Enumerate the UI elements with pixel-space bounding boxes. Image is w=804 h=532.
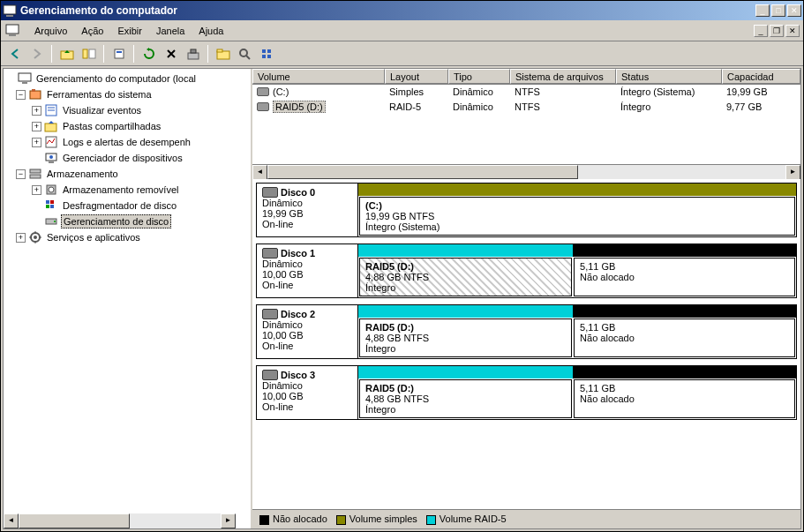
tree-armazenamento[interactable]: Armazenamento [45, 168, 120, 180]
disk-volume-status: Íntegro [365, 282, 566, 293]
svg-rect-36 [50, 200, 54, 204]
list-view-button[interactable] [257, 44, 277, 64]
disk-volume[interactable]: RAID5 (D:)4,88 GB NTFSÍntegro [359, 318, 572, 357]
svg-rect-20 [22, 82, 27, 84]
legend-simple-label: Volume simples [349, 513, 417, 524]
svg-rect-9 [188, 53, 199, 59]
view-button[interactable] [235, 44, 255, 64]
cell-layout: Simples [385, 86, 448, 98]
tree-gerenciador-dispositivos[interactable]: Gerenciador de dispositivos [61, 152, 184, 164]
disk-graphical-view[interactable]: Disco 0Dinâmico19,99 GBOn-line(C:)19,99 … [252, 179, 800, 509]
legend-unallocated-swatch [259, 515, 269, 525]
svg-point-42 [34, 236, 37, 239]
event-viewer-icon [44, 103, 58, 117]
expand-toggle[interactable]: + [32, 185, 41, 195]
properties-button[interactable] [109, 44, 129, 64]
tree-gerenciamento-disco[interactable]: Gerenciamento de disco [61, 214, 171, 229]
menu-janela[interactable]: Janela [149, 24, 192, 38]
disk-volume[interactable]: (C:)19,99 GB NTFSÍntegro (Sistema) [359, 197, 795, 236]
menu-ajuda[interactable]: Ajuda [192, 24, 230, 38]
delete-button[interactable] [161, 44, 181, 64]
disk-volume[interactable]: RAID5 (D:)4,88 GB NTFSÍntegro [359, 379, 572, 418]
expand-toggle[interactable]: − [16, 169, 26, 179]
legend-raid5-label: Volume RAID-5 [440, 513, 507, 524]
back-button[interactable] [4, 44, 25, 64]
disk-volume[interactable]: RAID5 (D:)4,88 GB NTFSÍntegro [359, 258, 572, 296]
expand-toggle[interactable]: + [32, 122, 41, 131]
disk-row[interactable]: Disco 3Dinâmico10,00 GBOn-lineRAID5 (D:)… [256, 365, 797, 420]
disk-type: Dinâmico [262, 259, 352, 269]
disk-volume[interactable]: 5,11 GBNão alocado [574, 379, 795, 418]
tree-h-scrollbar[interactable]: ◄ ► [4, 513, 236, 528]
disk-icon [262, 370, 278, 380]
disk-row[interactable]: Disco 0Dinâmico19,99 GBOn-line(C:)19,99 … [256, 183, 797, 237]
disk-size: 10,00 GB [262, 269, 352, 280]
svg-rect-38 [50, 205, 54, 208]
svg-rect-32 [30, 175, 41, 178]
col-fs[interactable]: Sistema de arquivos [510, 69, 616, 84]
svg-rect-15 [262, 49, 266, 53]
disk-volume-status: Íntegro [365, 404, 566, 415]
disk-row[interactable]: Disco 1Dinâmico10,00 GBOn-lineRAID5 (D:)… [256, 244, 797, 298]
settings-button[interactable] [183, 44, 203, 64]
cell-cap: 9,77 GB [722, 100, 800, 114]
tree-root[interactable]: Gerenciamento do computador (local [34, 72, 198, 85]
col-cap[interactable]: Capacidad [722, 69, 800, 84]
removable-storage-icon [44, 183, 58, 197]
mdi-close-button[interactable]: ✕ [785, 25, 800, 37]
expand-toggle[interactable]: − [16, 90, 26, 100]
navigation-tree[interactable]: Gerenciamento do computador (local −Ferr… [4, 69, 252, 528]
col-volume[interactable]: Volume [252, 69, 385, 84]
disk-name: Disco 1 [281, 248, 315, 259]
disk-volume[interactable]: 5,11 GBNão alocado [574, 318, 795, 357]
up-folder-button[interactable] [56, 44, 77, 64]
tree-visualizar-eventos[interactable]: Visualizar eventos [61, 104, 143, 116]
maximize-button[interactable]: □ [771, 4, 785, 17]
list-h-scrollbar[interactable]: ◄► [252, 164, 800, 179]
disk-volume-name: (C:) [365, 200, 789, 211]
mdi-minimize-button[interactable]: _ [754, 25, 768, 37]
tree-logs-alertas[interactable]: Logs e alertas de desempenh [61, 136, 192, 148]
disk-type: Dinâmico [262, 319, 352, 330]
volume-name: (C:) [273, 86, 289, 97]
cell-fs: NTFS [510, 86, 616, 98]
menu-exibir[interactable]: Exibir [110, 24, 149, 38]
minimize-button[interactable]: _ [755, 4, 770, 17]
disk-size: 19,99 GB [262, 208, 352, 219]
expand-toggle[interactable]: + [32, 106, 41, 116]
col-layout[interactable]: Layout [385, 69, 448, 84]
volume-row[interactable]: RAID5 (D:)RAID-5DinâmicoNTFSÍntegro9,77 … [252, 99, 800, 115]
svg-rect-17 [267, 49, 271, 53]
tree-servicos-aplicativos[interactable]: Serviços e aplicativos [45, 231, 142, 244]
tree-ferramentas[interactable]: Ferramentas do sistema [45, 88, 154, 101]
svg-rect-1 [6, 15, 13, 17]
disk-name: Disco 0 [281, 187, 315, 198]
mdi-app-icon [4, 22, 22, 40]
refresh-button[interactable] [139, 44, 159, 64]
menu-acao[interactable]: Ação [74, 24, 110, 38]
volume-row[interactable]: (C:)SimplesDinâmicoNTFSÍntegro (Sistema)… [252, 85, 800, 99]
show-tree-button[interactable] [79, 44, 99, 64]
volume-list[interactable]: (C:)SimplesDinâmicoNTFSÍntegro (Sistema)… [252, 85, 800, 164]
close-button[interactable]: ✕ [787, 4, 801, 17]
disk-info: Disco 2Dinâmico10,00 GBOn-line [257, 305, 358, 358]
col-tipo[interactable]: Tipo [448, 69, 510, 84]
forward-button[interactable] [26, 44, 47, 64]
tree-pastas-compartilhadas[interactable]: Pastas compartilhadas [61, 120, 162, 132]
disk-volume-status: Não alocado [580, 393, 789, 404]
disk-type: Dinâmico [262, 198, 352, 208]
expand-toggle[interactable]: + [32, 138, 41, 147]
mdi-restore-button[interactable]: ❐ [770, 25, 784, 37]
cell-cap: 19,99 GB [722, 86, 800, 98]
disk-volume-info: 5,11 GB [580, 383, 789, 393]
tree-desfragmentador[interactable]: Desfragmentador de disco [61, 199, 178, 212]
disk-volume[interactable]: 5,11 GBNão alocado [574, 258, 795, 296]
expand-toggle[interactable]: + [16, 233, 26, 243]
tree-armazenamento-removivel[interactable]: Armazenamento removível [61, 184, 180, 196]
open-button[interactable] [213, 44, 233, 64]
disk-row[interactable]: Disco 2Dinâmico10,00 GBOn-lineRAID5 (D:)… [256, 304, 797, 359]
svg-point-30 [49, 155, 53, 159]
menu-arquivo[interactable]: Arquivo [27, 24, 74, 38]
disk-volume-status: Íntegro (Sistema) [365, 221, 789, 232]
col-status[interactable]: Status [616, 69, 722, 84]
